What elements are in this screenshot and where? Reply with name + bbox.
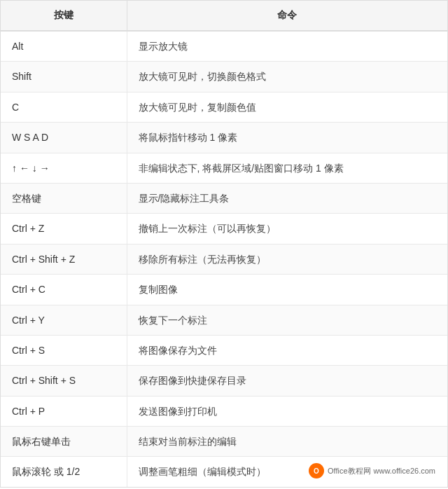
key-cell: Ctrl + P: [1, 396, 127, 426]
table-row: Alt显示放大镜: [1, 31, 447, 62]
table-row: Ctrl + Shift + S保存图像到快捷保存目录: [1, 366, 447, 396]
key-column-header: 按键: [1, 1, 127, 31]
key-cell: 空格键: [1, 183, 127, 213]
svg-text:O: O: [314, 467, 319, 475]
table-row: Shift放大镜可见时，切换颜色格式: [1, 62, 447, 92]
command-cell: 恢复下一个标注: [127, 305, 447, 335]
watermark-sub-text: www.office26.com: [374, 467, 435, 475]
command-cell: 显示放大镜: [127, 31, 447, 62]
key-cell: Ctrl + Shift + S: [1, 366, 127, 396]
command-cell: 显示/隐藏标注工具条: [127, 183, 447, 213]
command-cell: 结束对当前标注的编辑: [127, 427, 447, 457]
table-header: 按键 命令: [1, 1, 447, 31]
shortcut-table-container: 按键 命令 Alt显示放大镜Shift放大镜可见时，切换颜色格式C放大镜可见时，…: [0, 0, 448, 488]
command-cell: 发送图像到打印机: [127, 396, 447, 426]
key-cell: ↑ ← ↓ →: [1, 153, 127, 183]
command-cell: 保存图像到快捷保存目录: [127, 366, 447, 396]
command-cell: 非编辑状态下, 将截屏区域/贴图窗口移动 1 像素: [127, 153, 447, 183]
key-cell: C: [1, 92, 127, 122]
command-cell: 放大镜可见时，切换颜色格式: [127, 62, 447, 92]
table-row: 空格键显示/隐藏标注工具条: [1, 183, 447, 213]
key-cell: Shift: [1, 62, 127, 92]
command-column-header: 命令: [127, 1, 447, 31]
table-row: Ctrl + Y恢复下一个标注: [1, 305, 447, 335]
key-cell: 鼠标滚轮 或 1/2: [1, 457, 127, 487]
key-cell: Ctrl + S: [1, 335, 127, 365]
table-row: Ctrl + C复制图像: [1, 275, 447, 305]
table-row: Ctrl + S将图像保存为文件: [1, 335, 447, 365]
key-cell: Ctrl + Shift + Z: [1, 244, 127, 274]
table-row: Ctrl + P发送图像到打印机: [1, 396, 447, 426]
key-cell: Ctrl + C: [1, 275, 127, 305]
command-cell: 移除所有标注（无法再恢复）: [127, 244, 447, 274]
watermark-text: Office教程网: [328, 466, 371, 476]
command-cell: 放大镜可见时，复制颜色值: [127, 92, 447, 122]
key-cell: Ctrl + Y: [1, 305, 127, 335]
header-row: 按键 命令: [1, 1, 447, 31]
table-row: C放大镜可见时，复制颜色值: [1, 92, 447, 122]
command-cell: 复制图像: [127, 275, 447, 305]
command-cell: 将鼠标指针移动 1 像素: [127, 123, 447, 153]
table-row: Ctrl + Shift + Z移除所有标注（无法再恢复）: [1, 244, 447, 274]
watermark: O Office教程网 www.office26.com: [302, 460, 441, 482]
table-row: ↑ ← ↓ →非编辑状态下, 将截屏区域/贴图窗口移动 1 像素: [1, 153, 447, 183]
table-row: Ctrl + Z撤销上一次标注（可以再恢复）: [1, 214, 447, 244]
office-icon: O: [308, 462, 325, 479]
command-cell: 将图像保存为文件: [127, 335, 447, 365]
table-row: W S A D将鼠标指针移动 1 像素: [1, 123, 447, 153]
key-cell: W S A D: [1, 123, 127, 153]
shortcut-table: 按键 命令 Alt显示放大镜Shift放大镜可见时，切换颜色格式C放大镜可见时，…: [1, 1, 447, 487]
key-cell: Ctrl + Z: [1, 214, 127, 244]
table-body: Alt显示放大镜Shift放大镜可见时，切换颜色格式C放大镜可见时，复制颜色值W…: [1, 31, 447, 487]
key-cell: Alt: [1, 31, 127, 62]
key-cell: 鼠标右键单击: [1, 427, 127, 457]
command-cell: 撤销上一次标注（可以再恢复）: [127, 214, 447, 244]
table-row: 鼠标右键单击结束对当前标注的编辑: [1, 427, 447, 457]
